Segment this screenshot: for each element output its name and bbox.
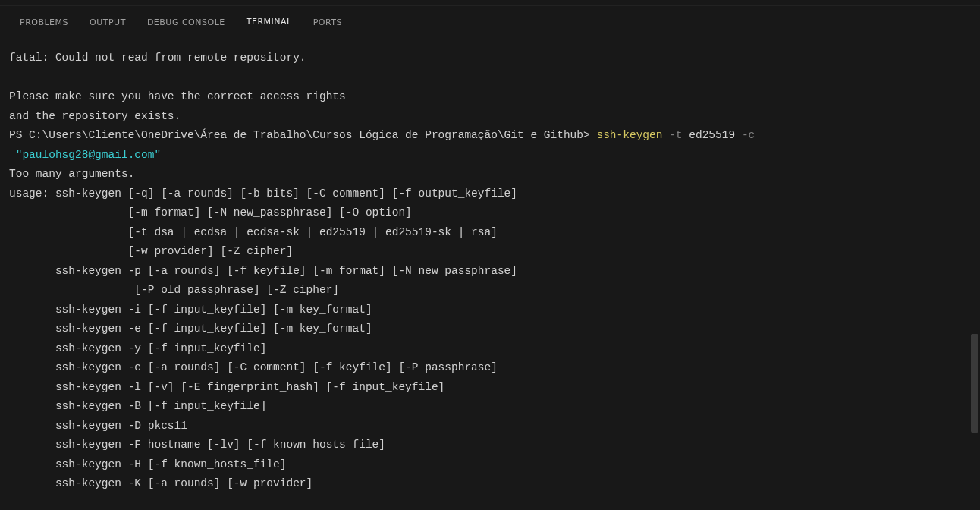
- terminal-line: ssh-keygen -p [-a rounds] [-f keyfile] […: [9, 265, 517, 277]
- terminal-line: Too many arguments.: [9, 168, 134, 180]
- terminal-line: [-w provider] [-Z cipher]: [9, 245, 293, 257]
- tab-terminal[interactable]: TERMINAL: [236, 9, 303, 33]
- cmd-flag: -t: [669, 129, 682, 141]
- tab-output[interactable]: OUTPUT: [79, 10, 137, 33]
- tab-problems[interactable]: PROBLEMS: [9, 10, 79, 33]
- terminal-line: ssh-keygen -i [-f input_keyfile] [-m key…: [9, 304, 372, 316]
- terminal-line: ssh-keygen -e [-f input_keyfile] [-m key…: [9, 323, 372, 335]
- cmd-name: ssh-keygen: [596, 129, 662, 141]
- title-bar: [0, 0, 980, 6]
- prompt-path: PS C:\Users\Cliente\OneDrive\Área de Tra…: [9, 129, 596, 141]
- terminal-line: [-P old_passphrase] [-Z cipher]: [9, 284, 339, 296]
- terminal-line: ssh-keygen -F hostname [-lv] [-f known_h…: [9, 439, 385, 451]
- terminal-line: ssh-keygen -H [-f known_hosts_file]: [9, 458, 286, 471]
- terminal-line: [-t dsa | ecdsa | ecdsa-sk | ed25519 | e…: [9, 226, 498, 238]
- tab-debug-console[interactable]: DEBUG CONSOLE: [137, 10, 236, 33]
- terminal-line: ssh-keygen -l [-v] [-E fingerprint_hash]…: [9, 381, 444, 393]
- cmd-arg: ed25519: [683, 129, 742, 141]
- terminal-line: ssh-keygen -B [-f input_keyfile]: [9, 400, 266, 412]
- terminal-line: [-m format] [-N new_passphrase] [-O opti…: [9, 206, 412, 219]
- terminal-line: ssh-keygen -c [-a rounds] [-C comment] […: [9, 361, 498, 373]
- terminal-line: usage: ssh-keygen [-q] [-a rounds] [-b b…: [9, 187, 517, 200]
- scrollbar-thumb[interactable]: [971, 334, 978, 433]
- terminal-line: and the repository exists.: [9, 110, 181, 122]
- terminal-line: ssh-keygen -D pkcs11: [9, 420, 187, 432]
- cmd-flag: -c: [742, 129, 755, 141]
- terminal-output[interactable]: fatal: Could not read from remote reposi…: [0, 36, 980, 506]
- tab-ports[interactable]: PORTS: [303, 10, 353, 33]
- terminal-line: fatal: Could not read from remote reposi…: [9, 52, 306, 64]
- terminal-line: ssh-keygen -y [-f input_keyfile]: [9, 342, 266, 354]
- cmd-string-arg: "paulohsg28@gmail.com": [9, 149, 161, 161]
- terminal-line: Please make sure you have the correct ac…: [9, 90, 346, 102]
- panel-tabs: PROBLEMS OUTPUT DEBUG CONSOLE TERMINAL P…: [0, 6, 980, 36]
- terminal-line: ssh-keygen -K [-a rounds] [-w provider]: [9, 477, 313, 490]
